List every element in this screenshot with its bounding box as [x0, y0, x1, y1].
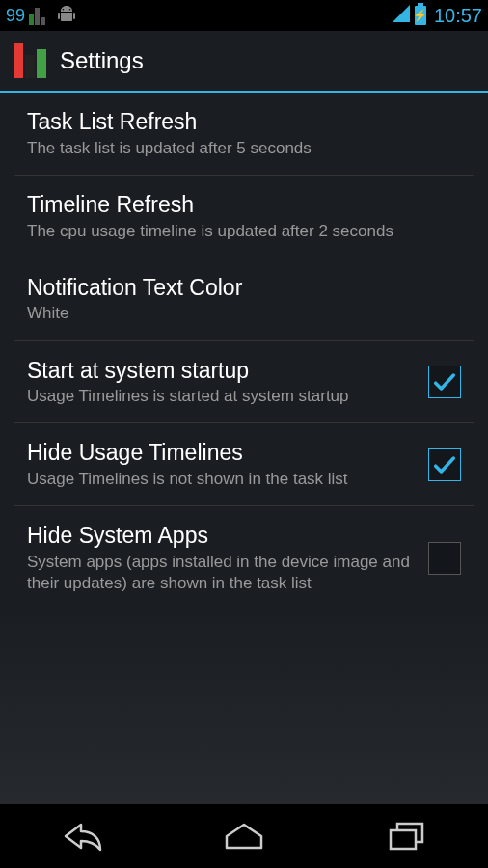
checkmark-icon [431, 368, 458, 395]
setting-item[interactable]: Hide System AppsSystem apps (apps instal… [14, 506, 474, 610]
setting-body: Notification Text ColorWhite [27, 274, 461, 325]
back-button[interactable] [42, 812, 120, 860]
setting-item[interactable]: Notification Text ColorWhite [14, 258, 474, 341]
setting-body: Hide System AppsSystem apps (apps instal… [27, 522, 428, 594]
setting-subtitle: Usage Timelines is not shown in the task… [27, 469, 419, 490]
setting-title: Hide Usage Timelines [27, 439, 419, 467]
setting-title: Hide System Apps [27, 522, 419, 550]
setting-subtitle: System apps (apps installed in the devic… [27, 552, 419, 594]
setting-item[interactable]: Timeline RefreshThe cpu usage timeline i… [14, 176, 474, 258]
checkmark-icon [431, 451, 458, 478]
setting-body: Timeline RefreshThe cpu usage timeline i… [27, 191, 461, 242]
checkbox[interactable] [428, 366, 461, 398]
status-number: 99 [6, 6, 25, 26]
setting-title: Task List Refresh [27, 108, 451, 136]
recent-apps-button[interactable] [368, 812, 446, 860]
setting-subtitle: The cpu usage timeline is updated after … [27, 221, 451, 242]
setting-item[interactable]: Start at system startupUsage Timelines i… [14, 341, 474, 424]
setting-subtitle: The task list is updated after 5 seconds [27, 138, 451, 159]
setting-body: Task List RefreshThe task list is update… [27, 108, 461, 159]
status-bar[interactable]: 99 ⚡ 10:57 [0, 0, 488, 31]
android-icon [55, 6, 78, 26]
setting-title: Notification Text Color [27, 274, 451, 302]
setting-body: Hide Usage TimelinesUsage Timelines is n… [27, 439, 428, 490]
setting-subtitle: White [27, 303, 451, 324]
battery-icon: ⚡ [415, 6, 426, 25]
setting-title: Timeline Refresh [27, 191, 451, 219]
svg-rect-0 [391, 830, 416, 849]
page-title: Settings [60, 47, 144, 74]
setting-subtitle: Usage Timelines is started at system sta… [27, 386, 419, 407]
checkbox[interactable] [428, 542, 461, 575]
status-right: ⚡ 10:57 [392, 4, 482, 28]
checkbox[interactable] [428, 448, 461, 481]
home-button[interactable] [205, 812, 283, 860]
app-icon [14, 43, 46, 78]
setting-body: Start at system startupUsage Timelines i… [27, 357, 428, 408]
signal-icon [392, 4, 411, 28]
cpu-bars-icon [29, 6, 45, 25]
clock: 10:57 [434, 5, 482, 27]
app-bar: Settings [0, 31, 488, 93]
navigation-bar [0, 804, 488, 868]
status-left: 99 [6, 6, 78, 26]
setting-item[interactable]: Hide Usage TimelinesUsage Timelines is n… [14, 423, 474, 506]
setting-title: Start at system startup [27, 357, 419, 385]
settings-list: Task List RefreshThe task list is update… [0, 93, 488, 610]
setting-item[interactable]: Task List RefreshThe task list is update… [14, 93, 474, 176]
